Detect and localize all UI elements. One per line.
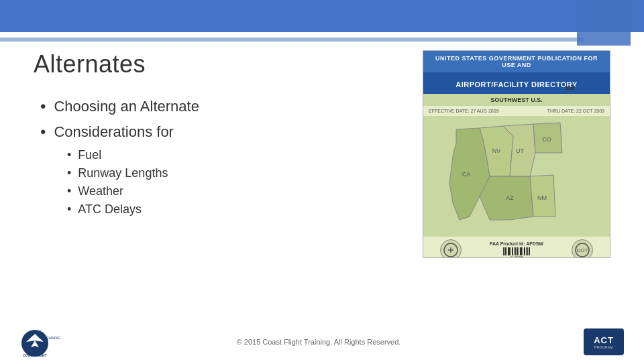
svg-text:TRAINING: TRAINING (44, 336, 60, 340)
book-subtitle-text: SOUTHWEST U.S. (490, 97, 543, 103)
book-logo-right: DOT (572, 239, 593, 258)
sw-badge: SW (566, 84, 576, 91)
svg-text:UT: UT (516, 147, 524, 154)
footer-logo-left: COASTFLIGHT TRAINING (20, 328, 54, 355)
svg-text:DOT: DOT (577, 247, 588, 253)
book-title: AIRPORT/FACILITY DIRECTORY (455, 80, 577, 88)
book-map-area: CA NV AZ NM UT CO (423, 116, 610, 237)
act-logo: ACT PROGRAM (584, 328, 624, 355)
svg-text:COASTFLIGHT: COASTFLIGHT (23, 353, 47, 357)
book-footer-text: FAA Product Id: AFDSW (490, 241, 543, 246)
svg-text:AZ: AZ (506, 194, 514, 201)
header-bar (0, 0, 644, 32)
book-meta-left: EFFECTIVE DATE: 27 AUG 2009 (429, 109, 499, 113)
book-image: UNITED STATES GOVERNMENT PUBLICATION FOR… (423, 50, 610, 258)
corner-accent (577, 0, 631, 46)
book-subtitle-area: SOUTHWEST U.S. SW (423, 94, 610, 106)
book-meta-right: THRU DATE: 22 OCT 2009 (547, 109, 604, 113)
svg-text:CO: CO (542, 136, 551, 143)
thin-bar (0, 38, 584, 42)
act-label: ACT (594, 335, 614, 345)
svg-text:NM: NM (537, 194, 547, 201)
svg-text:CA: CA (462, 171, 471, 178)
coast-flight-logo: COASTFLIGHT TRAINING (20, 328, 54, 355)
book-product-id: C-9239 (510, 255, 523, 259)
book-footer-center: FAA Product Id: AFDSW C-9239 (490, 241, 543, 259)
footer: COASTFLIGHT TRAINING © 2015 Coast Flight… (0, 328, 644, 355)
book-map-svg: CA NV AZ NM UT CO (443, 116, 590, 237)
book-top-label: UNITED STATES GOVERNMENT PUBLICATION FOR… (429, 55, 604, 68)
book-header-blue: UNITED STATES GOVERNMENT PUBLICATION FOR… (423, 51, 610, 72)
book-logo-left (440, 239, 462, 258)
book-title-main: AIRPORT/FACILITY DIRECTORY (423, 72, 610, 94)
coast-flight-svg: COASTFLIGHT TRAINING (20, 328, 64, 359)
svg-text:NV: NV (492, 147, 501, 154)
book-meta: EFFECTIVE DATE: 27 AUG 2009 THRU DATE: 2… (423, 106, 610, 116)
act-subtitle: PROGRAM (594, 345, 613, 349)
footer-copyright: © 2015 Coast Flight Training. All Rights… (54, 338, 584, 346)
